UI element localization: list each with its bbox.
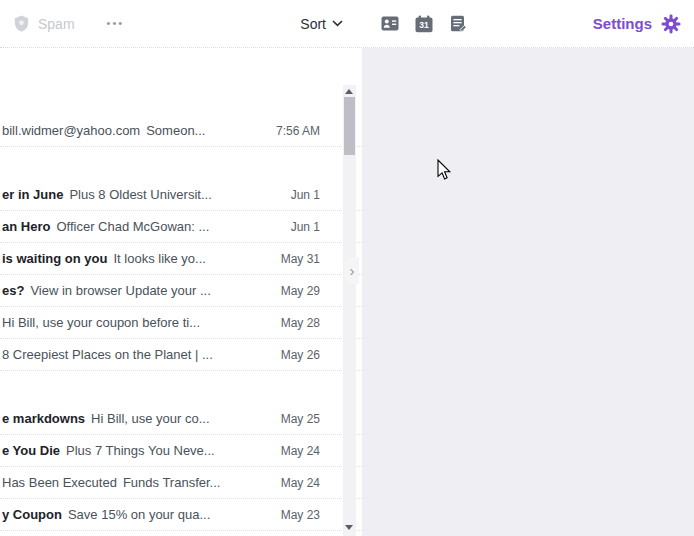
email-text: bill.widmer@yahoo.com Someon... bbox=[2, 123, 268, 138]
list-toolbar: Spam ••• Sort bbox=[0, 0, 362, 47]
email-sender: bill.widmer@yahoo.com bbox=[2, 123, 140, 138]
settings-link[interactable]: Settings bbox=[593, 15, 652, 32]
email-date: Jun 1 bbox=[291, 188, 320, 202]
email-text: e markdowns Hi Bill, use your co... bbox=[2, 411, 273, 426]
email-row[interactable]: es? View in browser Update your ... May … bbox=[0, 275, 362, 307]
email-date: May 31 bbox=[281, 252, 320, 266]
top-toolbar: Spam ••• Sort 31 bbox=[0, 0, 694, 48]
email-sender: Has Been Executed bbox=[2, 475, 117, 490]
email-date: May 28 bbox=[281, 316, 320, 330]
email-text: Has Been Executed Funds Transfer... bbox=[2, 475, 273, 490]
email-list-pane: bill.widmer@yahoo.com Someon... 7:56 AM … bbox=[0, 48, 362, 536]
email-snippet: Hi Bill, use your co... bbox=[91, 411, 210, 426]
email-text: an Hero Officer Chad McGowan: ... bbox=[2, 219, 283, 234]
email-sender: 8 Creepiest Places on the Planet | ... bbox=[2, 347, 213, 362]
email-row[interactable]: e You Die Plus 7 Things You Neve... May … bbox=[0, 435, 362, 467]
email-date: Jun 1 bbox=[291, 220, 320, 234]
email-text: y Coupon Save 15% on your qua... bbox=[2, 507, 273, 522]
email-snippet: Save 15% on your qua... bbox=[68, 507, 210, 522]
email-snippet: Someon... bbox=[146, 123, 205, 138]
email-sender: e markdowns bbox=[2, 411, 85, 426]
email-text: Hi Bill, use your coupon before ti... bbox=[2, 315, 273, 330]
email-sender: e You Die bbox=[2, 443, 60, 458]
email-text: e You Die Plus 7 Things You Neve... bbox=[2, 443, 273, 458]
email-date: May 26 bbox=[281, 348, 320, 362]
email-rows: bill.widmer@yahoo.com Someon... 7:56 AM … bbox=[0, 48, 362, 531]
email-sender: er in June bbox=[2, 187, 63, 202]
pane-toggle-button[interactable]: › bbox=[345, 257, 359, 284]
email-snippet: View in browser Update your ... bbox=[30, 283, 210, 298]
email-snippet: Plus 7 Things You Neve... bbox=[66, 443, 215, 458]
email-row[interactable]: 8 Creepiest Places on the Planet | ... M… bbox=[0, 339, 362, 371]
email-row[interactable]: an Hero Officer Chad McGowan: ... Jun 1 bbox=[0, 211, 362, 243]
calendar-icon[interactable]: 31 bbox=[415, 15, 433, 33]
email-row[interactable]: is waiting on you It looks like yo... Ma… bbox=[0, 243, 362, 275]
chevron-right-icon: › bbox=[350, 262, 355, 279]
sort-button[interactable]: Sort bbox=[300, 16, 343, 32]
scrollbar-thumb[interactable] bbox=[344, 97, 355, 155]
spam-shield-icon bbox=[12, 14, 31, 33]
chevron-down-icon bbox=[332, 20, 343, 27]
email-sender: y Coupon bbox=[2, 507, 62, 522]
sort-label: Sort bbox=[300, 16, 326, 32]
email-row[interactable]: er in June Plus 8 Oldest Universit... Ju… bbox=[0, 179, 362, 211]
scroll-down-icon[interactable] bbox=[345, 525, 353, 530]
email-sender: Hi Bill, use your coupon before ti... bbox=[2, 315, 200, 330]
folder-title: Spam bbox=[38, 16, 75, 32]
email-snippet: It looks like yo... bbox=[113, 251, 205, 266]
email-row[interactable]: bill.widmer@yahoo.com Someon... 7:56 AM bbox=[0, 115, 362, 147]
email-row[interactable]: y Coupon Save 15% on your qua... May 23 bbox=[0, 499, 362, 531]
email-sender: es? bbox=[2, 283, 24, 298]
email-row[interactable]: Has Been Executed Funds Transfer... May … bbox=[0, 467, 362, 499]
email-snippet: Funds Transfer... bbox=[123, 475, 221, 490]
scroll-up-icon[interactable] bbox=[345, 89, 353, 94]
email-text: es? View in browser Update your ... bbox=[2, 283, 273, 298]
contacts-card-icon[interactable] bbox=[381, 15, 399, 33]
email-text: is waiting on you It looks like yo... bbox=[2, 251, 273, 266]
list-scrollbar[interactable] bbox=[343, 85, 356, 536]
gear-icon[interactable] bbox=[661, 14, 681, 34]
more-options-icon[interactable]: ••• bbox=[107, 18, 125, 29]
email-date: May 24 bbox=[281, 476, 320, 490]
email-date: May 24 bbox=[281, 444, 320, 458]
calendar-day-number: 31 bbox=[419, 20, 429, 30]
email-text: er in June Plus 8 Oldest Universit... bbox=[2, 187, 283, 202]
email-sender: an Hero bbox=[2, 219, 50, 234]
email-snippet: Officer Chad McGowan: ... bbox=[56, 219, 209, 234]
email-row[interactable]: Hi Bill, use your coupon before ti... Ma… bbox=[0, 307, 362, 339]
email-row[interactable]: e markdowns Hi Bill, use your co... May … bbox=[0, 403, 362, 435]
email-sender: is waiting on you bbox=[2, 251, 107, 266]
notepad-icon[interactable] bbox=[449, 15, 467, 33]
email-date: May 29 bbox=[281, 284, 320, 298]
email-date: May 25 bbox=[281, 412, 320, 426]
email-snippet: Plus 8 Oldest Universit... bbox=[69, 187, 211, 202]
email-date: May 23 bbox=[281, 508, 320, 522]
apps-toolbar: 31 Settings bbox=[362, 0, 694, 47]
email-text: 8 Creepiest Places on the Planet | ... bbox=[2, 347, 273, 362]
email-date: 7:56 AM bbox=[276, 124, 320, 138]
reading-pane bbox=[362, 48, 694, 536]
